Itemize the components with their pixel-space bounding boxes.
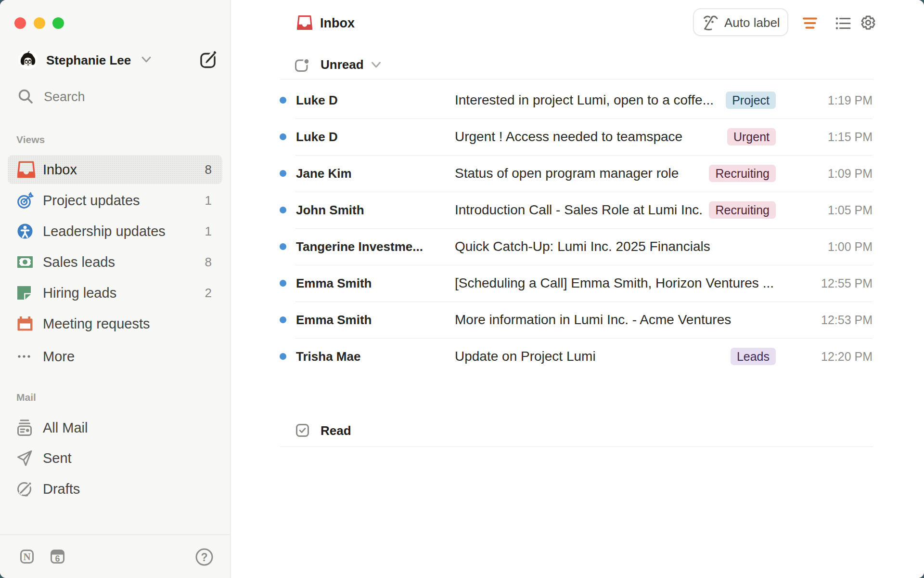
svg-text:6: 6 bbox=[55, 554, 60, 564]
svg-text:?: ? bbox=[201, 551, 207, 564]
svg-text:N: N bbox=[23, 551, 30, 563]
